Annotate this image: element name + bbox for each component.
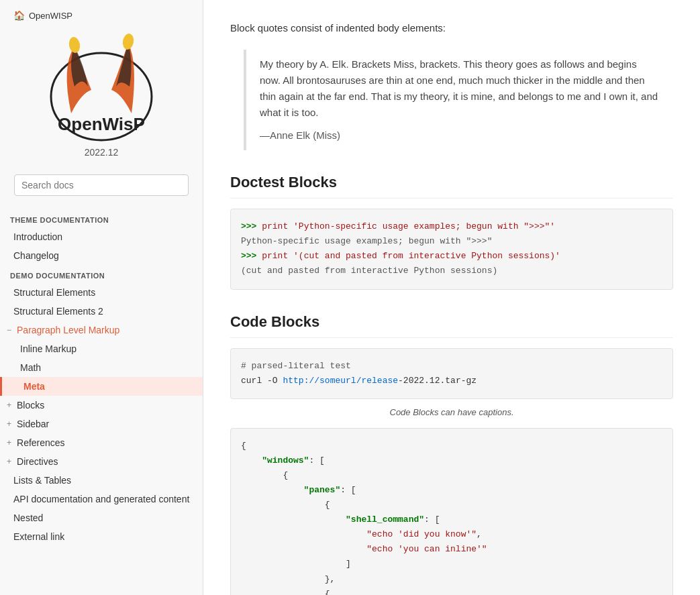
sidebar-item-sidebar[interactable]: + Sidebar: [0, 415, 203, 433]
sidebar-item-api-docs[interactable]: API documentation and generated content: [0, 490, 203, 508]
home-link[interactable]: 🏠 OpenWISP: [7, 10, 72, 21]
intro-text: Block quotes consist of indented body el…: [230, 20, 673, 36]
home-label: OpenWISP: [29, 11, 72, 21]
code-blocks-heading: Code Blocks: [230, 310, 673, 338]
code-caption: Code Blocks can have captions.: [230, 406, 673, 420]
sidebar-item-blocks[interactable]: + Blocks: [0, 396, 203, 415]
expand-icon-references: +: [7, 438, 11, 447]
sidebar-item-nested[interactable]: Nested: [0, 508, 203, 527]
json-code-block: { "windows": [ { "panes": [ { "shell_com…: [230, 428, 673, 595]
blockquote-text: My theory by A. Elk. Brackets Miss, brac…: [260, 56, 660, 121]
sidebar-item-directives[interactable]: + Directives: [0, 452, 203, 471]
blockquote: My theory by A. Elk. Brackets Miss, brac…: [244, 50, 673, 150]
theme-section-title: THEME DOCUMENTATION: [0, 209, 203, 227]
sidebar-item-references[interactable]: + References: [0, 433, 203, 452]
doctest-heading: Doctest Blocks: [230, 170, 673, 199]
doctest-code-block: >>> print 'Python-specific usage example…: [230, 209, 673, 289]
home-icon: 🏠: [13, 10, 25, 21]
sidebar-item-lists-tables[interactable]: Lists & Tables: [0, 471, 203, 490]
sidebar-item-introduction[interactable]: Introduction: [0, 227, 203, 246]
blockquote-attribution: —Anne Elk (Miss): [260, 127, 660, 144]
expand-icon-directives: +: [7, 457, 11, 466]
svg-point-1: [68, 36, 81, 54]
version-label: 2022.12: [85, 147, 119, 158]
expand-icon-sidebar: +: [7, 419, 11, 429]
sidebar-item-changelog[interactable]: Changelog: [0, 246, 203, 265]
main-content: Block quotes consist of indented body el…: [203, 0, 700, 595]
search-box-wrapper: [14, 174, 189, 196]
sidebar: 🏠 OpenWISP OpenWisP 2022.12 THEME DOCUME…: [0, 0, 203, 595]
search-input[interactable]: [14, 174, 189, 196]
sidebar-item-meta[interactable]: Meta: [0, 377, 203, 396]
demo-section-title: DEMO DOCUMENTATION: [0, 265, 203, 283]
sidebar-item-math[interactable]: Math: [0, 358, 203, 377]
svg-point-2: [121, 33, 135, 50]
expand-icon-blocks: +: [7, 400, 11, 410]
sidebar-item-external-link[interactable]: External link: [0, 527, 203, 546]
svg-text:OpenWisP: OpenWisP: [58, 114, 145, 134]
sidebar-item-structural-elements-2[interactable]: Structural Elements 2: [0, 302, 203, 321]
sidebar-item-inline-markup[interactable]: Inline Markup: [0, 339, 203, 358]
logo-area: 🏠 OpenWISP OpenWisP 2022.12: [0, 0, 203, 174]
sidebar-item-structural-elements[interactable]: Structural Elements: [0, 283, 203, 302]
simple-code-block: # parsed-literal test curl -O http://som…: [230, 348, 673, 399]
collapse-icon: −: [7, 325, 11, 335]
sidebar-item-paragraph-level-markup[interactable]: − Paragraph Level Markup: [0, 321, 203, 339]
openwisp-logo: OpenWisP: [34, 26, 168, 144]
